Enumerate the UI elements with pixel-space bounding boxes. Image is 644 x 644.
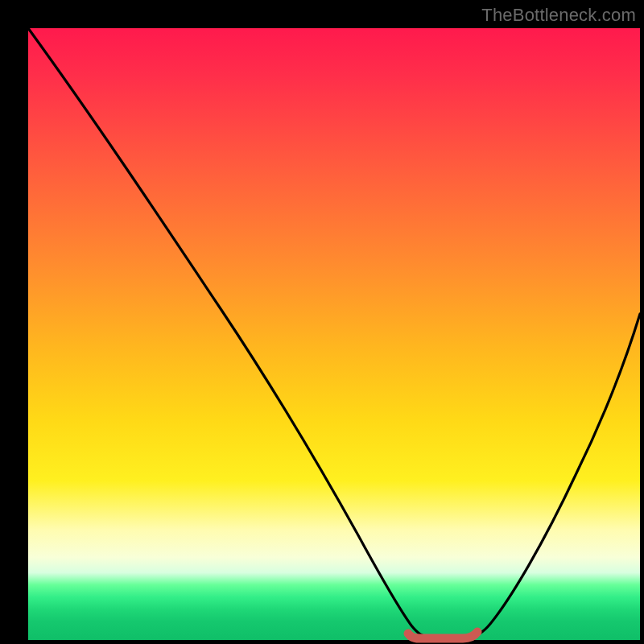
watermark-text: TheBottleneck.com [481,5,636,26]
bottleneck-curve [28,28,640,640]
chart-frame: TheBottleneck.com [0,0,644,644]
curve-path [28,28,640,637]
